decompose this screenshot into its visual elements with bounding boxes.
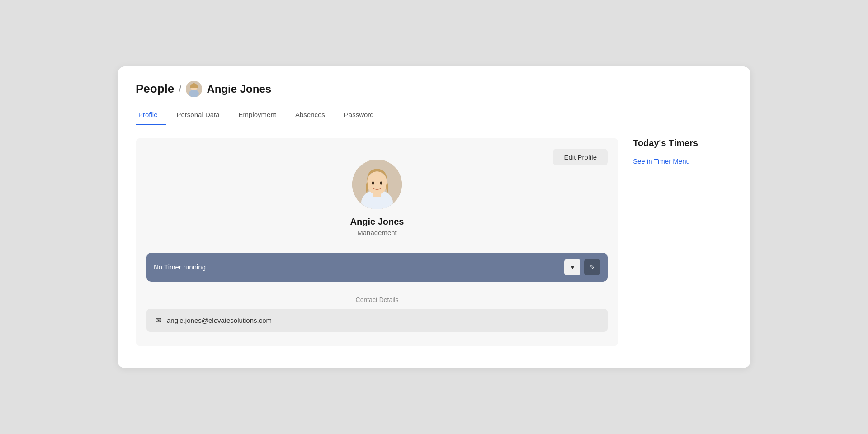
edit-icon: ✎ (590, 264, 595, 271)
breadcrumb-avatar (186, 81, 202, 97)
sidebar-title: Today's Timers (633, 138, 732, 148)
tab-profile[interactable]: Profile (136, 106, 166, 125)
tab-password[interactable]: Password (341, 106, 382, 125)
svg-point-7 (372, 181, 374, 184)
timer-controls: ▾ ✎ (564, 259, 600, 275)
tab-personal-data[interactable]: Personal Data (174, 106, 228, 125)
svg-point-8 (380, 181, 382, 184)
breadcrumb: People / Angie Jones (136, 81, 732, 97)
profile-name: Angie Jones (350, 217, 404, 227)
timer-status-text: No Timer running... (154, 263, 212, 271)
sidebar-section: Today's Timers See in Timer Menu (633, 138, 732, 346)
contact-email-bar: ✉ angie.jones@elevatesolutions.com (146, 309, 608, 332)
email-icon: ✉ (156, 316, 161, 325)
breadcrumb-person-name: Angie Jones (207, 83, 271, 95)
see-in-timer-menu-link[interactable]: See in Timer Menu (633, 157, 690, 165)
breadcrumb-separator: / (179, 83, 181, 95)
profile-role: Management (357, 229, 397, 236)
avatar (352, 160, 402, 209)
edit-profile-button[interactable]: Edit Profile (553, 149, 608, 165)
timer-dropdown-button[interactable]: ▾ (564, 259, 580, 275)
profile-section: Edit Profile (136, 138, 618, 346)
timer-bar: No Timer running... ▾ ✎ (146, 253, 608, 282)
content-area: Edit Profile (136, 138, 732, 346)
tab-employment[interactable]: Employment (236, 106, 284, 125)
tabs-nav: Profile Personal Data Employment Absence… (136, 106, 732, 125)
profile-avatar-area: Angie Jones Management (146, 160, 608, 253)
contact-email: angie.jones@elevatesolutions.com (167, 316, 272, 324)
svg-point-6 (367, 171, 387, 195)
timer-edit-button[interactable]: ✎ (584, 259, 600, 275)
tab-absences[interactable]: Absences (292, 106, 333, 125)
chevron-down-icon: ▾ (571, 264, 574, 271)
contact-section-label: Contact Details (146, 296, 608, 303)
main-card: People / Angie Jones Profile Personal Da… (118, 66, 750, 368)
breadcrumb-people[interactable]: People (136, 82, 174, 96)
